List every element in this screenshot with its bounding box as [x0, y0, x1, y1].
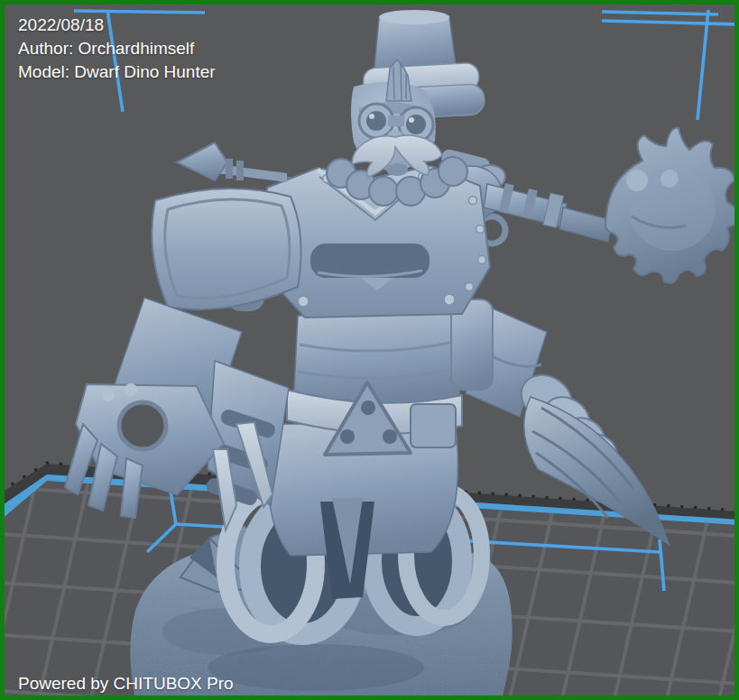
model-claw-arm[interactable]	[65, 143, 301, 530]
powered-by-label: Powered by CHITUBOX Pro	[18, 672, 234, 695]
watermark-block: 2022/08/18 Author: Orchardhimself Model:…	[18, 14, 216, 84]
scene-canvas[interactable]	[5, 5, 734, 695]
watermark-model: Model: Dwarf Dino Hunter	[18, 60, 216, 84]
viewport-3d[interactable]: 2022/08/18 Author: Orchardhimself Model:…	[0, 0, 739, 700]
watermark-date: 2022/08/18	[18, 14, 216, 37]
render-area[interactable]: 2022/08/18 Author: Orchardhimself Model:…	[5, 5, 734, 695]
watermark-author: Author: Orchardhimself	[18, 37, 216, 60]
